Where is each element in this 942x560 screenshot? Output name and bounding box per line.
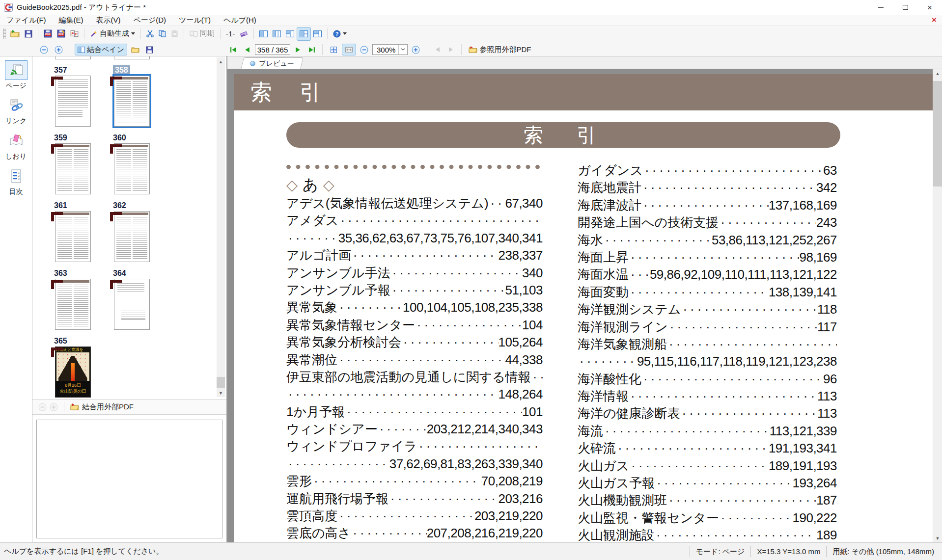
menu-file[interactable]: ファイル(F) xyxy=(0,15,53,26)
merge-zoom-out-button[interactable] xyxy=(38,403,47,411)
menu-edit[interactable]: 編集(E) xyxy=(53,15,90,26)
page-thumbnail[interactable] xyxy=(114,211,150,262)
thumbnail-page-number[interactable]: 359 xyxy=(54,133,67,142)
scrollbar-thumb[interactable] xyxy=(933,81,942,187)
menu-view[interactable]: 表示(V) xyxy=(90,15,127,26)
page-thumbnail[interactable] xyxy=(55,211,91,262)
entry-term: 海流 xyxy=(578,423,603,440)
last-page-button[interactable] xyxy=(305,44,318,55)
menu-tool[interactable]: ツール(T) xyxy=(172,15,217,26)
partial-thumbnail[interactable] xyxy=(55,56,91,59)
thumbnail-page-number[interactable]: 357 xyxy=(54,65,67,75)
thumbnail-page-number[interactable]: 361 xyxy=(54,201,67,210)
page-thumbnail[interactable] xyxy=(55,279,91,330)
sidebar-item-label: ページ xyxy=(5,81,27,90)
merge-save-button[interactable] xyxy=(143,44,156,55)
svg-text:PDF: PDF xyxy=(45,33,51,36)
close-button[interactable]: × xyxy=(917,0,942,15)
entry-pages: 340 xyxy=(522,265,543,282)
scroll-up-icon[interactable]: ▲ xyxy=(933,69,942,78)
history-forward-button[interactable] xyxy=(445,44,457,55)
page-thumbnail[interactable] xyxy=(55,76,91,127)
merge-external-pdf-list[interactable] xyxy=(36,420,222,538)
fit-width-button[interactable] xyxy=(342,44,356,55)
page-thumbnail[interactable]: の備えと意識を8月26日火山防災の日 xyxy=(55,347,91,398)
zoom-out-button[interactable] xyxy=(358,44,371,55)
sidebar-item-links[interactable]: リンク xyxy=(5,96,28,126)
pdf-page[interactable]: 索 引 索 引 ◇ あ ◇ アデス(気象情報伝送処理システム)·········… xyxy=(234,74,933,542)
sidebar-item-toc[interactable]: 123 目次 xyxy=(5,166,28,196)
menu-page[interactable]: ページ(D) xyxy=(127,15,173,26)
eraser-button[interactable] xyxy=(237,27,250,41)
merge-zoom-in-button[interactable] xyxy=(50,403,58,411)
pdf-partial-save-button[interactable]: PP xyxy=(68,27,81,41)
thumbnail-page-number[interactable]: 365 xyxy=(54,336,67,346)
thumbnail-page-number[interactable]: 363 xyxy=(54,268,67,278)
first-page-button[interactable] xyxy=(227,44,240,55)
scroll-down-icon[interactable]: ▼ xyxy=(933,534,942,542)
sidebar-item-bookmarks[interactable]: しおり xyxy=(5,131,28,161)
open-button[interactable] xyxy=(8,27,22,41)
previous-page-button[interactable] xyxy=(241,44,253,55)
menu-help[interactable]: ヘルプ(H) xyxy=(217,15,263,26)
merge-pane-toggle[interactable]: 結合ペイン xyxy=(75,44,127,55)
sync-button[interactable]: 同期 xyxy=(187,27,217,41)
tab-preview[interactable]: プレビュー xyxy=(241,57,304,69)
page-thumbnail[interactable] xyxy=(114,76,150,127)
pdf-overwrite-save-button[interactable]: PDF xyxy=(41,27,55,41)
auto-generate-button[interactable]: 自動生成 xyxy=(87,27,138,41)
index-entry: 雲形······································… xyxy=(286,473,543,490)
merge-open-button[interactable] xyxy=(129,44,142,55)
help-icon: ? xyxy=(333,30,341,38)
entry-term: 海面変動 xyxy=(578,284,629,301)
external-reference-pdf-button[interactable]: 参照用外部PDF xyxy=(466,44,533,55)
maximize-button[interactable] xyxy=(893,0,917,15)
thumbnails-zoom-out-button[interactable] xyxy=(37,44,51,55)
pdf-save-as-button[interactable]: PDF xyxy=(55,27,68,41)
layout-three-pane-button[interactable] xyxy=(270,27,283,41)
partial-thumbnail[interactable] xyxy=(114,56,150,59)
next-page-button[interactable] xyxy=(292,44,304,55)
thumbnail-page-number[interactable]: 358 xyxy=(113,65,130,75)
thumbnail-page-number[interactable]: 360 xyxy=(113,133,126,142)
index-entry: アデス(気象情報伝送処理システム)·······················… xyxy=(286,195,543,212)
history-back-button[interactable] xyxy=(432,44,443,55)
copy-button[interactable] xyxy=(156,27,168,41)
scroll-up-icon[interactable]: ▲ xyxy=(217,57,225,66)
zoom-in-button[interactable] xyxy=(409,44,422,55)
toolbar-grip[interactable] xyxy=(3,28,6,39)
preview-scrollbar[interactable]: ▲ ▼ xyxy=(933,69,942,542)
page-indicator-input[interactable]: 358 / 365 xyxy=(255,44,290,55)
scrollbar-thumb[interactable] xyxy=(217,377,225,388)
page-thumbnail[interactable] xyxy=(114,279,150,330)
layout-left-right-button[interactable] xyxy=(283,27,297,41)
entry-term: 火山ガス予報 xyxy=(578,475,655,492)
save-button[interactable] xyxy=(22,27,35,41)
index-entry: アンサンブル手法································… xyxy=(286,265,543,282)
help-button[interactable]: ? xyxy=(331,27,349,41)
zoom-level-select[interactable]: 300% xyxy=(372,44,408,55)
page-number-style-button[interactable]: -1- xyxy=(223,27,237,41)
document-viewport[interactable]: 索 引 索 引 ◇ あ ◇ アデス(気象情報伝送処理システム)·········… xyxy=(227,69,933,542)
close-document-icon[interactable]: × xyxy=(929,15,939,25)
section-flag-icon xyxy=(110,280,122,289)
cut-button[interactable] xyxy=(144,27,156,41)
minimize-button[interactable] xyxy=(868,0,893,15)
entry-term: 海洋情報 xyxy=(578,388,629,405)
entry-pages: 118 xyxy=(817,301,837,318)
paste-button[interactable] xyxy=(168,27,181,41)
page-thumbnail[interactable] xyxy=(55,143,91,194)
sidebar-item-pages[interactable]: ページ xyxy=(5,60,28,90)
scroll-down-icon[interactable]: ▼ xyxy=(217,389,225,397)
thumbnail-page-number[interactable]: 364 xyxy=(113,268,126,278)
page-thumbnail[interactable] xyxy=(114,143,150,194)
thumbnails-zoom-in-button[interactable] xyxy=(52,44,65,55)
layout-left-rightsplit-button[interactable] xyxy=(297,27,311,41)
layout-single-pane-button[interactable] xyxy=(257,27,270,41)
fit-page-button[interactable] xyxy=(327,44,340,55)
thumbnail-page-number[interactable]: 362 xyxy=(113,201,126,210)
thumbnail-scrollbar[interactable]: ▲ ▼ xyxy=(217,57,225,397)
index-entry: 海流······································… xyxy=(578,423,837,440)
index-entry: 火山ガス予報··································… xyxy=(578,475,837,492)
layout-leftsplit-right-button[interactable] xyxy=(311,27,324,41)
